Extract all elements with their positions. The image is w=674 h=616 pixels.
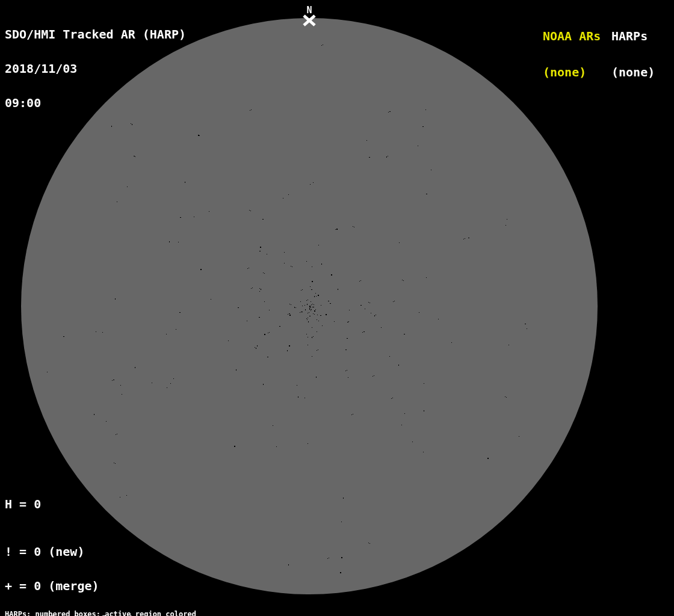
page-title: SDO/HMI Tracked AR (HARP) (5, 29, 186, 40)
noaa-ars-header: NOAA ARs (543, 30, 601, 42)
harps-header: HARPs (611, 30, 655, 42)
legend-line-new: ! = 0 (new) (5, 546, 143, 558)
title-block: SDO/HMI Tracked AR (HARP) 2018/11/03 09:… (5, 6, 186, 132)
harp-count-label: H = 0 (5, 499, 41, 510)
north-cross-icon (302, 14, 317, 26)
harps-value: (none) (611, 66, 655, 78)
legend-line-merge: + = 0 (merge) (5, 581, 143, 592)
footnote-block: HARPs: numbered boxes; active region col… (5, 596, 257, 616)
date-label: 2018/11/03 (5, 63, 186, 75)
time-label: 09:00 (5, 97, 186, 109)
north-pole-label: N (305, 6, 314, 14)
harp-tracking-plot: SDO/HMI Tracked AR (HARP) 2018/11/03 09:… (0, 0, 674, 616)
noaa-ars-value: (none) (543, 66, 601, 78)
harps-column: HARPs (none) (611, 6, 655, 102)
footnote-harps: HARPs: numbered boxes; active region col… (5, 611, 257, 616)
noaa-ars-column: NOAA ARs (none) (543, 6, 601, 102)
